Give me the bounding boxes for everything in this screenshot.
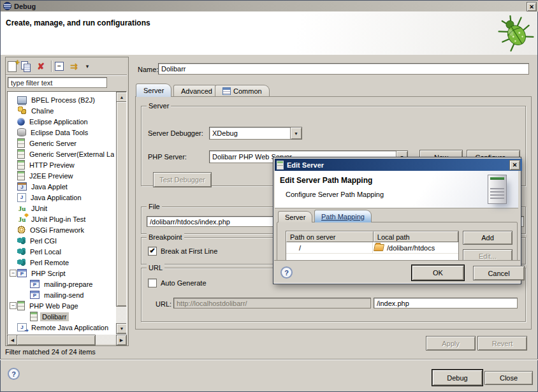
tree-item[interactable]: HTTP Preview	[9, 159, 114, 170]
tree-item[interactable]: PHP Script	[9, 268, 114, 279]
tree-expander-icon[interactable]	[9, 215, 17, 223]
tree-expander-icon[interactable]	[9, 301, 17, 310]
tree-expander-icon[interactable]	[9, 161, 17, 169]
tree-item[interactable]: Java Applet	[9, 181, 114, 192]
ok-button[interactable]: OK	[412, 265, 464, 280]
tree-item[interactable]: J2EE Preview	[9, 170, 114, 181]
break-first-line-checkbox[interactable]: ✔	[148, 247, 157, 256]
tree-expander-icon[interactable]	[22, 280, 30, 288]
dialog-tab-server[interactable]: Server	[278, 211, 312, 222]
vscroll-thumb[interactable]	[116, 101, 127, 307]
debug-button[interactable]: Debug	[432, 370, 483, 386]
tab-common[interactable]: Common	[215, 85, 270, 97]
close-button[interactable]: Close	[484, 371, 533, 385]
chevron-down-icon[interactable]: ▼	[291, 127, 302, 140]
tree-item[interactable]: Generic Server(External La	[9, 149, 114, 159]
test-debugger-button[interactable]: Test Debugger	[153, 172, 212, 187]
toolbar-icon[interactable]	[8, 61, 17, 72]
tree-item-label: Chaîne	[29, 106, 55, 115]
tree-expander-icon[interactable]	[9, 258, 17, 266]
tree-item[interactable]: Eclipse Data Tools	[9, 127, 114, 138]
tree-item[interactable]: PHP Web Page	[9, 300, 114, 311]
tree-item[interactable]: Remote Java Application	[9, 322, 114, 333]
tree-expander-icon[interactable]	[22, 291, 30, 299]
scroll-down-button[interactable]: ▼	[116, 323, 127, 334]
tree-item[interactable]: JUnit Plug-in Test	[9, 214, 114, 224]
tree-item-label: Eclipse Application	[27, 117, 90, 126]
tree-expander-icon[interactable]	[9, 96, 17, 104]
tree-item-label: mailing-prepare	[42, 280, 94, 289]
scroll-right-button[interactable]: ▶	[116, 335, 127, 345]
tree-expander-icon[interactable]	[9, 269, 17, 277]
toolbar-icon[interactable]	[21, 61, 31, 71]
revert-button[interactable]: Revert	[477, 336, 527, 351]
dialog-close-button[interactable]: ✕	[509, 160, 520, 170]
tree-item[interactable]: Generic Server	[9, 138, 114, 149]
combo-arrow-glyph: ▼	[294, 131, 298, 136]
tree-expander-icon[interactable]	[9, 204, 17, 212]
url-label: URL:	[156, 300, 171, 308]
filter-input[interactable]	[8, 77, 107, 88]
toolbar-icon[interactable]	[84, 61, 91, 72]
tree-item-icon	[17, 301, 25, 310]
tree-vscrollbar[interactable]: ▲ ▼	[116, 92, 126, 333]
tree-hscrollbar[interactable]: ◀ ▶	[7, 335, 126, 344]
tree-item[interactable]: Perl Local	[9, 246, 114, 257]
dialog-tab-path-mapping-label: Path Mapping	[321, 213, 365, 221]
tree-item[interactable]: Eclipse Application	[9, 116, 114, 127]
dialog-help-button[interactable]: ?	[280, 266, 293, 279]
toolbar-icon[interactable]	[51, 61, 52, 72]
tab-advanced[interactable]: Advanced	[173, 85, 220, 97]
help-button[interactable]: ?	[8, 368, 20, 380]
dialog-tab-path-mapping[interactable]: Path Mapping	[314, 210, 372, 222]
tree-expander-icon[interactable]	[9, 171, 17, 180]
tree-expander-icon[interactable]	[9, 193, 17, 201]
column-header-path-on-server[interactable]: Path on server	[286, 231, 374, 242]
tree-item[interactable]: Perl CGI	[9, 235, 114, 246]
tree-item[interactable]: BPEL Process (B2J)	[9, 94, 114, 105]
tree-item[interactable]: Chaîne	[9, 105, 114, 116]
tree-expander-icon[interactable]	[9, 139, 17, 147]
add-mapping-button[interactable]: Add	[463, 231, 513, 245]
tree-item[interactable]: Dolibarr	[9, 311, 114, 322]
auto-generate-checkbox[interactable]	[148, 279, 157, 287]
server-debugger-combo[interactable]: XDebug ▼	[209, 127, 302, 140]
tree-item-label: PHP Web Page	[27, 301, 80, 310]
tree-expander-icon[interactable]	[9, 226, 17, 234]
hscroll-thumb[interactable]	[17, 335, 96, 345]
tree-expander-icon[interactable]	[9, 323, 17, 331]
tree-item[interactable]: JUnit	[9, 203, 114, 214]
window-titlebar[interactable]: Debug	[1, 1, 538, 12]
url-path-input[interactable]	[374, 298, 518, 309]
tab-server[interactable]: Server	[136, 83, 171, 97]
tree-item[interactable]: Perl Remote	[9, 257, 114, 268]
tree-expander-icon[interactable]	[9, 236, 17, 245]
tree-expander-icon[interactable]	[22, 312, 30, 321]
tree-expander-icon[interactable]	[9, 128, 17, 136]
toolbar-icon[interactable]	[35, 61, 47, 72]
revert-button-label: Revert	[492, 340, 513, 347]
server-icon	[277, 161, 284, 170]
ok-button-label: OK	[433, 269, 443, 277]
tree-expander-icon[interactable]	[9, 150, 17, 158]
tree-item-icon	[17, 226, 25, 234]
tree-item[interactable]: mailing-prepare	[9, 279, 114, 289]
tree-expander-icon[interactable]	[9, 182, 17, 191]
edit-server-titlebar[interactable]: Edit Server ✕	[275, 159, 522, 171]
tree-expander-icon[interactable]	[9, 106, 17, 115]
tree-expander-icon[interactable]	[9, 117, 17, 126]
window-close-button[interactable]: ✕	[527, 2, 537, 11]
tree-expander-icon[interactable]	[9, 247, 17, 256]
url-base-input[interactable]	[173, 298, 371, 309]
toolbar-icon[interactable]	[68, 61, 80, 72]
tree-item[interactable]: OSGi Framework	[9, 224, 114, 235]
column-header-local-path[interactable]: Local path	[374, 231, 458, 242]
tree-box: BPEL Process (B2J) Chaîne Eclipse Applic…	[7, 91, 127, 335]
toolbar-icon[interactable]	[55, 62, 64, 71]
tree-item[interactable]: mailing-send	[9, 289, 114, 300]
apply-button[interactable]: Apply	[426, 336, 476, 351]
tree-item[interactable]: Java Application	[9, 192, 114, 203]
table-row[interactable]: / /dolibarr/htdocs	[286, 242, 458, 254]
config-name-input[interactable]	[158, 63, 529, 75]
cancel-button[interactable]: Cancel	[473, 266, 525, 280]
